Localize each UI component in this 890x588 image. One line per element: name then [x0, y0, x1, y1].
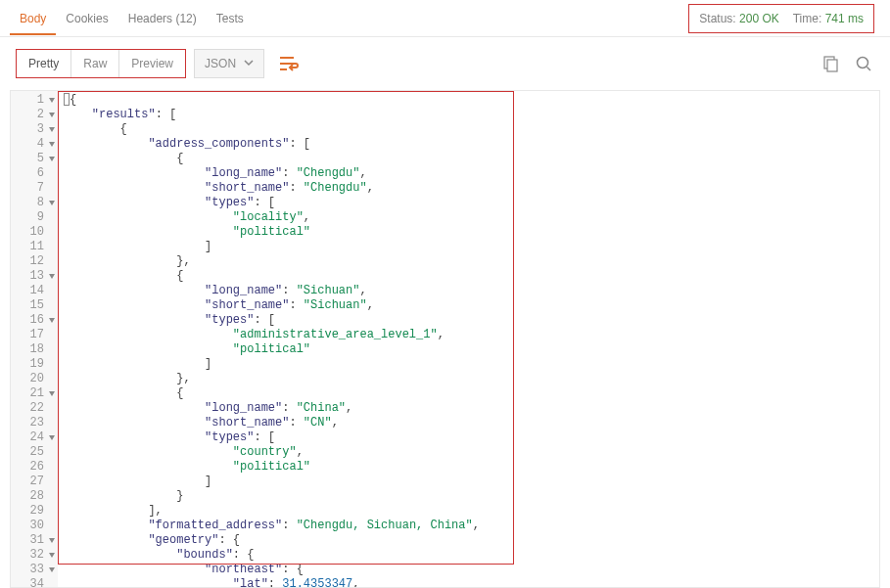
tab-cookies[interactable]: Cookies: [56, 1, 117, 35]
line-number: 18: [11, 342, 58, 357]
view-mode-group: Pretty Raw Preview: [16, 49, 186, 78]
view-pretty-button[interactable]: Pretty: [17, 50, 71, 77]
line-number[interactable]: 2: [11, 108, 58, 122]
code-line[interactable]: },: [64, 372, 879, 386]
line-number[interactable]: 13: [11, 269, 58, 284]
code-line[interactable]: "short_name": "CN",: [64, 416, 879, 430]
line-number: 30: [11, 519, 58, 533]
tab-body[interactable]: Body: [10, 1, 56, 35]
line-number[interactable]: 16: [11, 313, 58, 328]
code-line[interactable]: {: [64, 386, 879, 401]
line-number: 20: [11, 372, 58, 386]
copy-button[interactable]: [820, 53, 841, 74]
code-line[interactable]: "political": [64, 460, 879, 475]
view-raw-button[interactable]: Raw: [71, 50, 119, 77]
code-line[interactable]: "short_name": "Chengdu",: [64, 181, 879, 196]
code-line[interactable]: {: [64, 152, 879, 166]
line-number: 6: [11, 166, 58, 181]
line-number: 29: [11, 504, 58, 519]
body-toolbar: Pretty Raw Preview JSON: [0, 37, 890, 90]
line-number[interactable]: 33: [11, 563, 58, 577]
line-number: 10: [11, 225, 58, 240]
search-icon: [855, 55, 872, 72]
time-value: 741 ms: [825, 12, 864, 25]
code-line[interactable]: "political": [64, 225, 879, 240]
line-number: 7: [11, 181, 58, 196]
response-tabs: Body Cookies Headers (12) Tests: [10, 1, 254, 35]
line-number: 11: [11, 240, 58, 254]
code-line[interactable]: "locality",: [64, 210, 879, 225]
line-number: 19: [11, 357, 58, 372]
code-content[interactable]: { "results": [ { "address_components": […: [58, 91, 879, 587]
code-line[interactable]: "political": [64, 342, 879, 357]
format-dropdown[interactable]: JSON: [194, 49, 264, 78]
response-meta: Status: 200 OK Time: 741 ms: [688, 4, 874, 33]
code-line[interactable]: {: [64, 122, 879, 137]
code-scroll[interactable]: 1234567891011121314151617181920212223242…: [11, 91, 879, 587]
line-number: 28: [11, 489, 58, 504]
code-line[interactable]: "formatted_address": "Chengdu, Sichuan, …: [64, 519, 879, 533]
copy-icon: [821, 55, 839, 72]
code-line[interactable]: "country",: [64, 445, 879, 460]
line-number[interactable]: 4: [11, 137, 58, 152]
time-block: Time: 741 ms: [793, 12, 864, 25]
svg-rect-1: [827, 60, 837, 71]
status-block: Status: 200 OK: [699, 12, 778, 25]
code-line[interactable]: "types": [: [64, 196, 879, 210]
wrap-icon: [279, 56, 299, 71]
code-line[interactable]: "administrative_area_level_1",: [64, 328, 879, 342]
line-number[interactable]: 5: [11, 152, 58, 166]
code-line[interactable]: "long_name": "Sichuan",: [64, 284, 879, 298]
line-number[interactable]: 31: [11, 533, 58, 548]
code-line[interactable]: {: [64, 269, 879, 284]
response-tabs-row: Body Cookies Headers (12) Tests Status: …: [0, 0, 890, 37]
code-line[interactable]: "lat": 31.4353347,: [64, 577, 879, 587]
line-number: 9: [11, 210, 58, 225]
line-number: 17: [11, 328, 58, 342]
code-line[interactable]: },: [64, 254, 879, 269]
line-number: 25: [11, 445, 58, 460]
code-line[interactable]: {: [64, 93, 879, 108]
line-gutter: 1234567891011121314151617181920212223242…: [11, 91, 58, 587]
line-number: 22: [11, 401, 58, 416]
code-line[interactable]: "bounds": {: [64, 548, 879, 563]
status-label: Status:: [699, 12, 735, 25]
code-line[interactable]: ]: [64, 475, 879, 489]
code-line[interactable]: "geometry": {: [64, 533, 879, 548]
line-number: 26: [11, 460, 58, 475]
code-line[interactable]: "types": [: [64, 430, 879, 445]
line-number[interactable]: 24: [11, 430, 58, 445]
line-number: 23: [11, 416, 58, 430]
line-number: 14: [11, 284, 58, 298]
code-line[interactable]: "long_name": "China",: [64, 401, 879, 416]
line-number: 34: [11, 577, 58, 587]
format-selected: JSON: [205, 57, 236, 70]
chevron-down-icon: [244, 57, 254, 70]
code-line[interactable]: "short_name": "Sichuan",: [64, 298, 879, 313]
time-label: Time:: [793, 12, 822, 25]
code-line[interactable]: "results": [: [64, 108, 879, 122]
svg-point-2: [858, 58, 868, 68]
code-panel: 1234567891011121314151617181920212223242…: [10, 90, 880, 588]
code-line[interactable]: "northeast": {: [64, 563, 879, 577]
view-preview-button[interactable]: Preview: [119, 50, 185, 77]
code-line[interactable]: ]: [64, 357, 879, 372]
wrap-lines-button[interactable]: [274, 49, 304, 78]
code-line[interactable]: }: [64, 489, 879, 504]
code-line[interactable]: "types": [: [64, 313, 879, 328]
line-number: 12: [11, 254, 58, 269]
tab-headers[interactable]: Headers (12): [118, 1, 207, 35]
code-line[interactable]: "address_components": [: [64, 137, 879, 152]
code-line[interactable]: ],: [64, 504, 879, 519]
line-number: 15: [11, 298, 58, 313]
tab-tests[interactable]: Tests: [207, 1, 254, 35]
line-number[interactable]: 32: [11, 548, 58, 563]
code-line[interactable]: ]: [64, 240, 879, 254]
line-number[interactable]: 8: [11, 196, 58, 210]
code-line[interactable]: "long_name": "Chengdu",: [64, 166, 879, 181]
line-number[interactable]: 21: [11, 386, 58, 401]
line-number[interactable]: 3: [11, 122, 58, 137]
line-number[interactable]: 1: [11, 93, 58, 108]
status-value: 200 OK: [739, 12, 779, 25]
search-button[interactable]: [853, 53, 874, 74]
